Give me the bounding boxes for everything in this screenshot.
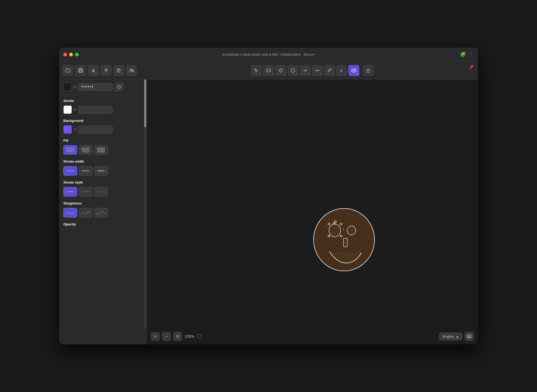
more-menu-icon[interactable]: ⋮ [469, 52, 474, 57]
stroke-section: Stroke # 000000 [63, 99, 142, 114]
fill-buttons [63, 145, 142, 155]
stroke-thin-button[interactable] [63, 166, 77, 176]
zoom-reset-button[interactable] [173, 332, 182, 341]
fill-label: Fill [63, 139, 142, 142]
stroke-color-row: # 000000 [63, 105, 142, 114]
stroke-dotted-button[interactable] [94, 187, 108, 197]
diamond-tool[interactable]: 3 [275, 65, 286, 76]
canvas-bottom: + − 100% 🛡 English ▲ [147, 328, 478, 344]
canvas-color-input[interactable]: ffffff [78, 83, 113, 91]
line-tool[interactable]: 6 [312, 65, 323, 76]
plugin-icon[interactable]: 🧩 [460, 52, 466, 57]
import-button[interactable] [100, 65, 112, 76]
stroke-medium-button[interactable] [79, 166, 93, 176]
canvas-content [147, 79, 478, 328]
open-button[interactable] [62, 65, 73, 76]
pin-button[interactable]: 📌 [469, 65, 474, 69]
minimize-button[interactable] [69, 53, 73, 56]
image-tool[interactable]: 9 [348, 65, 359, 76]
canvas-area: 1 2 3 [147, 61, 478, 344]
svg-rect-34 [469, 336, 470, 337]
window-title: Excalidraw | Hand-drawn look & feel · Co… [222, 52, 314, 56]
color-settings-button[interactable] [115, 83, 123, 91]
zoom-out-button[interactable]: − [162, 332, 171, 341]
background-section: Background # 7950f2 [63, 119, 142, 134]
sidebar-scrollbar-thumb[interactable] [144, 79, 146, 127]
text-tool[interactable]: A 8 [336, 65, 347, 76]
hash-sign: # [74, 85, 76, 89]
bg-color-input[interactable]: 7950f2 [78, 126, 113, 133]
svg-point-17 [329, 224, 341, 237]
collab-button[interactable] [126, 65, 137, 76]
sloppiness-low-button[interactable] [63, 208, 77, 217]
fill-solid-button[interactable] [94, 145, 108, 155]
sloppiness-label: Sloppiness [63, 201, 142, 205]
sloppiness-mid-button[interactable] [79, 208, 93, 217]
stroke-color-swatch[interactable] [63, 105, 72, 114]
ellipse-tool[interactable]: 4 [287, 65, 298, 76]
close-button[interactable] [63, 53, 67, 56]
stroke-style-section: Stroke style [63, 180, 142, 197]
title-bar: Excalidraw | Hand-drawn look & feel · Co… [59, 48, 478, 61]
svg-rect-12 [367, 70, 369, 72]
fill-crosshatch-button[interactable] [79, 145, 93, 155]
svg-point-3 [130, 69, 132, 70]
export-button[interactable] [88, 65, 99, 76]
svg-rect-28 [344, 238, 347, 247]
svg-rect-36 [468, 337, 470, 338]
stroke-style-label: Stroke style [63, 180, 142, 184]
svg-point-7 [291, 69, 295, 72]
stroke-solid-button[interactable] [63, 187, 77, 197]
keyboard-button[interactable] [465, 332, 474, 341]
lock-tool[interactable] [363, 65, 374, 76]
bg-color-row: # 7950f2 [63, 125, 142, 134]
sloppiness-high-button[interactable] [94, 208, 108, 217]
stroke-width-section: Stroke width [63, 159, 142, 176]
bg-color-swatch[interactable] [63, 125, 72, 134]
canvas-color-swatch[interactable] [63, 83, 72, 91]
stroke-thick-button[interactable] [94, 166, 108, 176]
sidebar: # ffffff Stroke # 000000 [59, 61, 147, 344]
stroke-dashed-button[interactable] [79, 187, 93, 197]
svg-rect-31 [469, 335, 469, 336]
svg-text:A: A [340, 69, 343, 73]
stroke-style-buttons [63, 187, 142, 197]
sidebar-scrollbar[interactable] [144, 79, 146, 328]
stroke-label: Stroke [63, 99, 142, 103]
zoom-in-button[interactable]: + [151, 332, 160, 341]
svg-rect-1 [80, 69, 81, 70]
save-button[interactable] [75, 65, 86, 76]
properties-panel: Stroke # 000000 Background # 7950f2 [59, 95, 146, 328]
svg-rect-32 [470, 335, 470, 336]
opacity-label: Opacity [63, 222, 142, 226]
title-bar-actions: 🧩 ⋮ [460, 52, 474, 57]
traffic-lights [63, 53, 79, 56]
maximize-button[interactable] [75, 53, 79, 56]
svg-rect-2 [79, 71, 82, 72]
sloppiness-buttons [63, 208, 142, 217]
bg-hash: # [74, 127, 76, 132]
pencil-tool[interactable]: 7 [324, 65, 335, 76]
fill-hatch-button[interactable] [63, 145, 77, 155]
stroke-color-input[interactable]: 000000 [78, 106, 113, 114]
select-tool[interactable]: 1 [251, 65, 262, 76]
stroke-hash: # [74, 108, 76, 112]
svg-rect-33 [468, 336, 468, 337]
stroke-width-label: Stroke width [63, 159, 142, 163]
lang-arrow-icon: ▲ [456, 335, 459, 338]
smiley-drawing [304, 200, 384, 279]
language-selector[interactable]: English ▲ [439, 333, 463, 340]
delete-button[interactable] [113, 65, 124, 76]
fill-section: Fill [63, 139, 142, 155]
svg-rect-35 [470, 336, 471, 337]
arrow-tool[interactable]: 5 [300, 65, 311, 76]
rectangle-tool[interactable]: 2 [263, 65, 274, 76]
zoom-level: 100% [184, 334, 195, 338]
stroke-width-buttons [63, 166, 142, 176]
svg-rect-6 [267, 69, 270, 72]
svg-point-11 [354, 69, 355, 70]
app-window: Excalidraw | Hand-drawn look & feel · Co… [59, 48, 478, 344]
canvas-toolbar: 1 2 3 [147, 61, 478, 79]
shield-icon: 🛡 [197, 333, 202, 340]
language-label: English [443, 335, 454, 338]
